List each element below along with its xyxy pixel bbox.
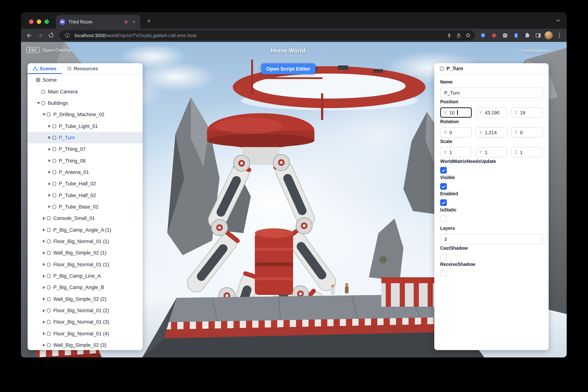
site-info-icon[interactable] — [63, 31, 72, 40]
node-circle-icon — [52, 147, 56, 151]
share-icon[interactable] — [454, 31, 463, 40]
bookmark-star-icon[interactable] — [464, 31, 472, 40]
tree-item-floor-big-normal-01-1[interactable]: Floor_Big_Normal_01 (1) — [28, 236, 143, 247]
profile-avatar[interactable] — [544, 31, 553, 39]
tab-strip: Third Room × + — [21, 12, 567, 29]
open-script-editor-button[interactable]: Open Script Editor — [261, 63, 316, 74]
position-x-input[interactable]: X10 — [440, 108, 472, 118]
caret-icon — [41, 308, 47, 313]
scale-y-input[interactable]: Y1 — [476, 147, 508, 158]
tree-item-p-big-camp-angle-a-1[interactable]: P_Big_Camp_Angle_A (1) — [28, 224, 143, 236]
notifications-label[interactable]: 0 Notifications — [519, 48, 549, 53]
check-icon — [441, 168, 446, 173]
tree-item-floor-big-normal-01-4[interactable]: Floor_Big_Normal_01 (4) — [28, 328, 143, 340]
tree-item-p-turn[interactable]: P_Turn — [28, 132, 143, 144]
rotation-y-input[interactable]: Y1.214 — [476, 127, 508, 138]
scale-x-input[interactable]: X1 — [440, 147, 472, 158]
gray-extension-icon[interactable] — [500, 31, 509, 40]
tab-search-chevron-icon[interactable] — [555, 17, 562, 24]
tree-item-p-thing-08[interactable]: P_Thing_08 — [28, 155, 143, 166]
screen: Third Room × + lo — [0, 0, 588, 392]
node-circle-icon — [52, 136, 56, 140]
rotation-z-input[interactable]: Z0 — [511, 127, 543, 138]
tree-item-buildings[interactable]: Buildings — [28, 97, 143, 109]
caret-icon — [30, 77, 36, 83]
isstatic-checkbox[interactable] — [440, 216, 447, 222]
node-circle-icon — [52, 124, 56, 128]
side-panel-icon[interactable] — [534, 31, 542, 40]
microphone-icon[interactable] — [444, 31, 454, 40]
browser-window: Third Room × + lo — [21, 12, 567, 358]
tree-item-main-camera[interactable]: Main Camera — [28, 86, 143, 98]
tab-scenes[interactable]: Scenes — [28, 63, 62, 74]
node-circle-icon — [47, 228, 51, 232]
text-cursor — [457, 110, 458, 115]
caret-icon — [41, 331, 47, 336]
scale-z-input[interactable]: Z1 — [511, 147, 543, 158]
receiveshadow-checkbox[interactable] — [440, 270, 447, 276]
tree-item-p-tube-half-02[interactable]: P_Tube_Half_02 — [28, 178, 143, 190]
caret-icon — [47, 158, 52, 164]
zoom-window-button[interactable] — [44, 20, 49, 24]
caret-icon — [41, 285, 47, 290]
name-label: Name — [440, 80, 543, 84]
tree-item-label: Wall_Big_Simple_02 (2) — [53, 296, 106, 302]
browser-toolbar: localhost:3000/world/!vjrzmTVOcylsLgaAkA… — [21, 29, 567, 42]
new-tab-button[interactable]: + — [144, 16, 154, 26]
tree-item-p-thing-07[interactable]: P_Thing_07 — [28, 144, 143, 155]
tree-item-p-big-camp-line-a[interactable]: P_Big_Camp_Line_A — [28, 270, 143, 282]
tree-item-floor-big-normal-01-2[interactable]: Floor_Big_Normal_01 (2) — [28, 305, 143, 316]
layers-input[interactable]: 3 — [440, 234, 543, 244]
tree-item-p-tube-light-01[interactable]: P_Tube_Light_01 — [28, 120, 143, 132]
visible-checkbox[interactable] — [440, 183, 447, 190]
red-barrel — [255, 228, 293, 295]
address-bar[interactable]: localhost:3000/world/!vjrzmTVOcylsLgaAkA… — [59, 30, 475, 40]
enabled-checkbox[interactable] — [440, 199, 447, 206]
extensions-puzzle-icon[interactable] — [522, 31, 531, 40]
position-y-input[interactable]: Y43.190 — [476, 108, 508, 118]
minimize-window-button[interactable] — [37, 20, 41, 24]
node-circle-icon — [47, 274, 51, 278]
diamond-extension-icon[interactable] — [490, 31, 498, 40]
shield-extension-icon[interactable] — [478, 31, 487, 40]
document-extension-icon[interactable] — [512, 31, 520, 40]
worldmatrixneedsupdate-checkbox[interactable] — [440, 167, 447, 174]
tree-item-p-drilling-machine-02[interactable]: P_Drilling_Machine_02 — [28, 109, 143, 120]
node-circle-icon — [47, 320, 51, 324]
tree-item-floor-big-normal-01-3[interactable]: Floor_Big_Normal_01 (3) — [28, 316, 143, 328]
name-input[interactable]: P_Turn — [440, 88, 543, 98]
forward-button[interactable] — [35, 30, 45, 40]
scene-tree: Scene Main Camera Buildings P_Drilling_M… — [28, 74, 143, 350]
node-circle-icon — [47, 286, 51, 290]
enabled-label: Enabled — [440, 191, 543, 196]
tree-item-p-antena-01[interactable]: P_Antena_01 — [28, 166, 143, 178]
tree-item-console-small-01[interactable]: Console_Small_01 — [28, 212, 143, 224]
browser-tab[interactable]: Third Room × — [56, 15, 140, 29]
reload-button[interactable] — [46, 30, 56, 40]
tree-item-p-tube-half-02[interactable]: P_Tube_Half_02 — [28, 190, 143, 201]
caret-icon — [41, 296, 47, 302]
browser-menu-button[interactable]: ⋮ — [555, 31, 564, 40]
tree-item-label: Floor_Big_Normal_01 (4) — [53, 331, 109, 336]
tree-item-scene[interactable]: Scene — [28, 74, 143, 86]
node-circle-icon — [47, 332, 51, 336]
castshadow-checkbox[interactable] — [440, 254, 447, 260]
tree-item-floor-big-normal-01-1[interactable]: Floor_Big_Normal_01 (1) — [28, 259, 143, 270]
rotation-x-input[interactable]: X0 — [440, 127, 472, 138]
tree-item-wall-big-simple-02-1[interactable]: Wall_Big_Simple_02 (1) — [28, 247, 143, 259]
tab-title: Third Room — [68, 19, 121, 24]
tab-close-button[interactable]: × — [131, 19, 137, 25]
inspector-title: P_Turn — [446, 66, 463, 71]
close-window-button[interactable] — [29, 20, 34, 24]
tab-resources[interactable]: Resources — [62, 63, 103, 74]
back-button[interactable] — [24, 30, 34, 40]
tree-item-wall-big-simple-02-2[interactable]: Wall_Big_Simple_02 (2) — [28, 293, 143, 305]
tree-item-label: Wall_Big_Simple_02 (3) — [53, 342, 106, 348]
tree-item-p-tube-base-02[interactable]: P_Tube_Base_02 — [28, 201, 143, 213]
node-circle-icon — [47, 240, 51, 244]
node-circle-icon — [52, 170, 56, 174]
tree-item-wall-big-simple-02-3[interactable]: Wall_Big_Simple_02 (3) — [28, 340, 143, 350]
tree-item-p-big-camp-angle-b[interactable]: P_Big_Camp_Angle_B — [28, 282, 143, 293]
caret-icon — [41, 273, 47, 279]
position-z-input[interactable]: Z19 — [511, 108, 543, 118]
